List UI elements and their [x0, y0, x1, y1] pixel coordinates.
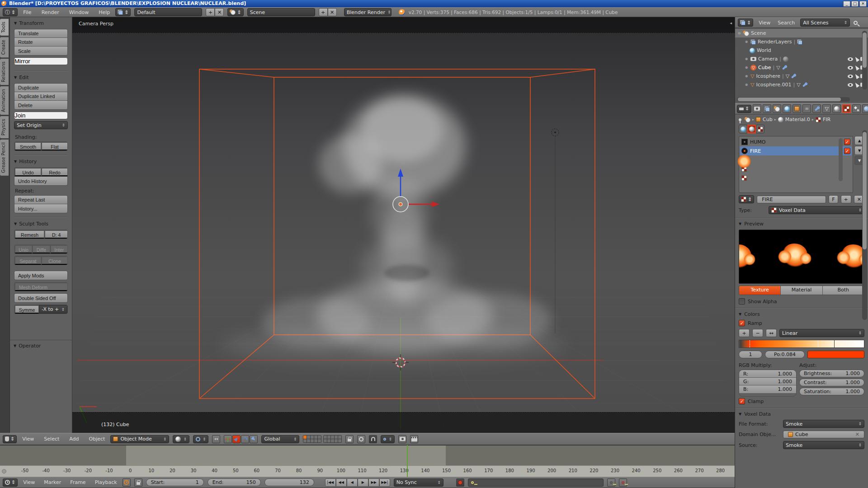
breadcrumb-object[interactable]: Cub [763, 117, 773, 122]
ramp-delete-button[interactable]: − [752, 329, 763, 337]
menu-item[interactable]: View [21, 479, 37, 485]
collapse-toggle[interactable]: ⊖ [737, 31, 741, 35]
texture-enable-checkbox[interactable]: ✓ [844, 139, 850, 145]
shelf-tab-grease-pencil[interactable]: Grease Pencil [0, 140, 9, 176]
ramp-stop[interactable] [741, 340, 741, 347]
ramp-stop-color-swatch[interactable] [807, 351, 864, 358]
texture-slot-fire[interactable]: FIRE ✓ [740, 146, 852, 155]
color-ramp[interactable] [739, 340, 864, 348]
ramp-stop[interactable] [818, 340, 818, 347]
window-button[interactable]: ✕ [859, 1, 867, 7]
texture-name-field[interactable]: FIRE [757, 196, 826, 203]
outliner-hscrollbar[interactable] [737, 97, 850, 102]
tool-button[interactable]: Translate [14, 29, 67, 38]
texture-type-select[interactable]: Voxel Data⇕ [769, 206, 864, 214]
apply-mods-button[interactable]: Apply Mods [14, 271, 67, 280]
ramp-stop-index-field[interactable]: 1 [739, 351, 762, 358]
tab-render[interactable] [753, 104, 761, 113]
scale-manipulator-button[interactable] [250, 435, 258, 443]
menu-item[interactable]: Add [67, 436, 80, 442]
menu-item[interactable]: Help [97, 9, 112, 15]
set-origin-select[interactable]: Set Origin⇕ [14, 121, 68, 129]
panel-header-operator[interactable]: ▼Operator [14, 343, 68, 349]
shading-select[interactable]: ⇕ [173, 435, 189, 443]
current-frame-field[interactable]: 132 [264, 479, 314, 486]
outliner-row-icosphere[interactable]: ⊕ ▽ Icosphere| ▽ [735, 72, 868, 80]
ramp-stop-position-field[interactable]: Po:0.084 [765, 351, 805, 358]
menu-item[interactable]: Window [67, 9, 90, 15]
preview-both-tab[interactable]: Both [823, 286, 864, 295]
panel-header-edit[interactable]: ▼Edit [14, 75, 68, 80]
current-frame-line[interactable] [407, 445, 408, 477]
outliner-filter-select[interactable]: All Scenes⇕ [800, 19, 850, 27]
expand-toggle[interactable]: ⊕ [744, 57, 749, 61]
file-format-select[interactable]: Smoke⇕ [783, 420, 864, 428]
texture-slot-empty[interactable] [740, 155, 852, 164]
texture-slot-empty[interactable] [740, 174, 852, 183]
separate-button[interactable]: Separat [14, 256, 41, 265]
panel-header-voxel-data[interactable]: ▼Voxel Data [735, 410, 868, 418]
mirror-button[interactable]: Mirror [14, 57, 68, 65]
outliner-menu-search[interactable]: Search [776, 20, 797, 26]
tab-material[interactable] [832, 104, 841, 113]
selectability-icon[interactable] [854, 82, 860, 88]
fake-user-button[interactable]: F [829, 195, 838, 203]
outliner-row-camera[interactable]: ⊕ Camera| [735, 55, 868, 63]
render-engine-select[interactable]: Blender Render⇕ [344, 8, 392, 16]
outliner-row-cube[interactable]: ⊕ ▽ Cube| ▽ [735, 63, 868, 72]
properties-editor-type-button[interactable]: ⇕ [737, 105, 751, 113]
clone-button[interactable]: Clone [41, 256, 67, 265]
pivot-align-toggle[interactable]: ↔ [212, 435, 220, 443]
auto-keyframe-button[interactable] [456, 479, 464, 487]
outliner-row-world[interactable]: World [735, 46, 868, 55]
shelf-tab-physics[interactable]: Physics [0, 116, 9, 138]
tab-particles[interactable] [852, 104, 861, 113]
add-layout-button[interactable]: + [206, 8, 215, 16]
remesh-detail-field[interactable]: D: 4 [44, 230, 67, 239]
window-button[interactable]: □ [851, 1, 859, 7]
snap-element-select[interactable]: ⇕ [381, 435, 395, 443]
breadcrumb-material[interactable]: Material.0 [785, 117, 810, 122]
panel-header-preview[interactable]: ▼Preview [735, 220, 868, 228]
tool-button[interactable]: Duplicate Linked [14, 92, 67, 101]
breadcrumb-texture[interactable]: FIR [823, 117, 830, 122]
prev-keyframe-button[interactable]: ◀◀ [336, 479, 347, 487]
rotate-manipulator-button[interactable] [241, 435, 249, 443]
union-button[interactable]: Unio [14, 245, 32, 253]
menu-item[interactable]: Select [42, 436, 61, 442]
preview-material-tab[interactable]: Material [781, 286, 822, 295]
transform-manipulator[interactable] [362, 164, 452, 218]
delete-scene-button[interactable]: ✕ [328, 8, 337, 16]
tab-scene[interactable] [773, 104, 781, 113]
tab-object[interactable] [793, 104, 801, 113]
texture-context-material[interactable] [747, 125, 756, 133]
timeline-track[interactable] [0, 445, 735, 465]
ramp-stop[interactable] [834, 340, 835, 347]
expand-toggle[interactable]: ⊕ [744, 40, 749, 44]
layers-widget[interactable] [303, 435, 342, 443]
tab-render-layers[interactable] [763, 104, 771, 113]
lamp-object[interactable] [552, 129, 559, 333]
sync-mode-select[interactable]: No Sync⇕ [394, 479, 443, 487]
visibility-icon[interactable] [848, 83, 853, 87]
end-frame-field[interactable]: End:150 [208, 479, 261, 486]
ramp-stop-active[interactable] [750, 340, 750, 347]
shelf-tab-animation[interactable]: Animation [0, 86, 9, 115]
tab-texture[interactable] [842, 104, 851, 113]
tab-constraints[interactable]: ∞ [802, 104, 811, 113]
panel-header-transform[interactable]: ▼Transform [14, 20, 68, 26]
search-icon[interactable] [854, 21, 858, 25]
play-button[interactable]: ▶ [358, 479, 368, 487]
b-field[interactable]: B:1.000 [739, 385, 796, 393]
add-scene-button[interactable]: + [319, 8, 328, 16]
remesh-button[interactable]: Remesh [14, 230, 44, 239]
start-frame-field[interactable]: Start:1 [146, 479, 204, 486]
lock-time-button[interactable] [134, 479, 142, 487]
outliner-menu-view[interactable]: View [757, 20, 772, 26]
menu-item[interactable]: Playback [93, 479, 119, 485]
opengl-render-anim-button[interactable] [410, 435, 418, 443]
proportional-edit-button[interactable] [357, 435, 365, 443]
tab-world[interactable] [783, 104, 791, 113]
ramp-add-button[interactable]: + [739, 329, 750, 337]
outliner-row-scene[interactable]: ⊖ Scene [735, 29, 868, 38]
